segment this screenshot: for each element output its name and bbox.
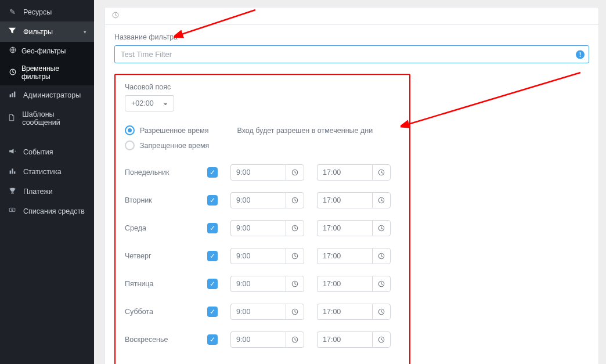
schedule-row: Вторник✓	[125, 192, 400, 208]
end-time-input[interactable]	[317, 331, 372, 348]
globe-icon	[9, 46, 16, 55]
clock-picker-button[interactable]	[372, 248, 391, 264]
sidebar-item-deductions[interactable]: Списания средств	[0, 201, 94, 221]
start-time-input[interactable]	[230, 192, 286, 208]
end-time-input[interactable]	[317, 304, 372, 320]
stats-icon	[8, 167, 17, 176]
sidebar-item-resources[interactable]: ✎ Ресурсы	[0, 2, 94, 21]
day-checkbox[interactable]: ✓	[207, 195, 218, 206]
sidebar-item-label: Ресурсы	[23, 8, 52, 16]
day-checkbox[interactable]: ✓	[207, 167, 218, 178]
sidebar-item-filters[interactable]: Фильтры ▾	[0, 21, 94, 42]
sidebar-item-label: Шаблоны сообщений	[22, 110, 86, 127]
start-time-input[interactable]	[230, 331, 286, 348]
start-time-input[interactable]	[230, 304, 286, 320]
time-filter-config-box: Часовой пояс +02:00 Разрешенное время Вх…	[114, 74, 410, 364]
funnel-icon	[8, 27, 17, 37]
megaphone-icon	[8, 147, 17, 157]
svg-point-9	[12, 209, 13, 211]
sidebar-item-label: Статистика	[23, 168, 62, 176]
clock-picker-button[interactable]	[372, 331, 391, 348]
clock-picker-button[interactable]	[286, 192, 304, 208]
sidebar-subitem-label: Geo-фильтры	[21, 47, 66, 55]
schedule-row: Среда✓	[125, 220, 400, 236]
radio-allowed-time[interactable]: Разрешенное время Вход будет разрешен в …	[125, 125, 400, 135]
sidebar-item-admins[interactable]: Администраторы	[0, 85, 94, 105]
sidebar-subitem-geofilters[interactable]: Geo-фильтры	[0, 42, 94, 60]
radio-hint: Вход будет разрешен в отмеченные дни	[237, 127, 373, 135]
end-time-input[interactable]	[317, 276, 372, 292]
sidebar-item-templates[interactable]: Шаблоны сообщений	[0, 105, 94, 132]
sidebar-subitem-timefilters[interactable]: Временные фильтры	[0, 60, 94, 85]
chart-icon	[8, 91, 17, 100]
day-label: Четверг	[125, 252, 194, 260]
sidebar-item-label: События	[23, 148, 53, 156]
pencil-icon: ✎	[8, 8, 17, 16]
timezone-select[interactable]: +02:00	[125, 95, 174, 111]
svg-rect-7	[13, 171, 15, 174]
clock-icon	[9, 69, 16, 77]
sidebar-item-label: Списания средств	[23, 207, 85, 215]
filter-panel: Название фильтра ! Часовой пояс +02:00 Р…	[104, 7, 599, 364]
end-time-input[interactable]	[317, 192, 372, 208]
day-label: Среда	[125, 224, 194, 232]
document-icon	[8, 114, 16, 123]
clock-picker-button[interactable]	[372, 220, 391, 236]
clock-picker-button[interactable]	[372, 164, 391, 181]
timezone-label: Часовой пояс	[125, 83, 400, 91]
clock-picker-button[interactable]	[286, 164, 304, 181]
start-time-input[interactable]	[230, 220, 286, 236]
schedule-row: Пятница✓	[125, 276, 400, 292]
day-label: Вторник	[125, 196, 194, 204]
clock-picker-button[interactable]	[372, 276, 391, 292]
sidebar-item-events[interactable]: События	[0, 142, 94, 162]
clock-picker-button[interactable]	[286, 220, 304, 236]
clock-picker-button[interactable]	[286, 276, 304, 292]
radio-icon	[125, 125, 135, 135]
start-time-input[interactable]	[230, 248, 286, 264]
day-checkbox[interactable]: ✓	[207, 251, 218, 261]
day-label: Воскресенье	[125, 336, 194, 344]
filter-name-input[interactable]	[114, 45, 589, 63]
svg-rect-6	[12, 168, 13, 174]
sidebar-item-stats[interactable]: Статистика	[0, 162, 94, 182]
day-checkbox[interactable]: ✓	[207, 279, 218, 289]
schedule-list: Понедельник✓Вторник✓Среда✓Четверг✓Пятниц…	[125, 164, 400, 348]
sidebar-item-label: Платежи	[23, 188, 53, 196]
svg-rect-5	[9, 171, 10, 174]
end-time-input[interactable]	[317, 164, 372, 181]
trophy-icon	[8, 187, 17, 196]
schedule-row: Четверг✓	[125, 248, 400, 264]
chevron-down-icon: ▾	[84, 29, 86, 35]
clock-picker-button[interactable]	[286, 248, 304, 264]
filter-name-label: Название фильтра	[114, 33, 589, 41]
clock-picker-button[interactable]	[372, 304, 391, 320]
schedule-row: Воскресенье✓	[125, 331, 400, 348]
start-time-input[interactable]	[230, 164, 286, 181]
sidebar-subitem-label: Временные фильтры	[21, 64, 86, 81]
info-icon[interactable]: !	[576, 50, 585, 59]
radio-icon	[125, 140, 135, 150]
radio-forbidden-time[interactable]: Запрещенное время	[125, 140, 400, 150]
clock-picker-button[interactable]	[286, 331, 304, 348]
sidebar-item-label: Администраторы	[23, 91, 81, 99]
schedule-row: Понедельник✓	[125, 164, 400, 181]
sidebar-item-label: Фильтры	[23, 28, 53, 36]
panel-strip	[105, 8, 598, 25]
clock-picker-button[interactable]	[286, 304, 304, 320]
clock-picker-button[interactable]	[372, 192, 391, 208]
day-label: Суббота	[125, 308, 194, 316]
radio-label: Запрещенное время	[140, 142, 209, 150]
sidebar-item-payments[interactable]: Платежи	[0, 182, 94, 201]
money-icon	[8, 207, 17, 215]
day-checkbox[interactable]: ✓	[207, 223, 218, 233]
end-time-input[interactable]	[317, 248, 372, 264]
day-label: Понедельник	[125, 168, 194, 176]
day-checkbox[interactable]: ✓	[207, 334, 218, 345]
day-checkbox[interactable]: ✓	[207, 307, 218, 317]
start-time-input[interactable]	[230, 276, 286, 292]
svg-rect-8	[9, 208, 15, 211]
end-time-input[interactable]	[317, 220, 372, 236]
svg-rect-2	[9, 95, 10, 98]
sidebar: ✎ Ресурсы Фильтры ▾ Geo-фильтры Временны…	[0, 0, 94, 364]
